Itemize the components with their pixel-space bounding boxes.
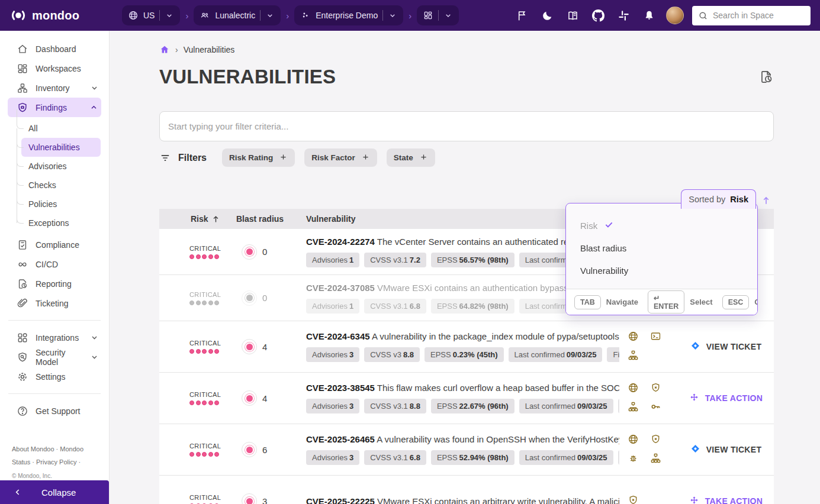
space-label: Enterprise Demo	[316, 11, 378, 20]
footer-link-about-mondoo[interactable]: About Mondoo	[12, 445, 54, 453]
sort-option-blast-radius[interactable]: Blast radius	[566, 237, 757, 259]
github-button[interactable]	[587, 5, 609, 27]
metric-value: 09/03/25	[577, 402, 607, 411]
filter-chip-label: Risk Rating	[229, 153, 273, 162]
filter-chip-risk-factor[interactable]: Risk Factor	[304, 148, 377, 167]
sort-option-risk[interactable]: Risk	[566, 214, 757, 237]
risk-dot	[202, 400, 207, 405]
org-selector[interactable]: Lunalectric	[194, 5, 281, 25]
filters-bar: Filters Risk RatingRisk FactorState	[159, 148, 774, 167]
chevron-down-icon[interactable]	[443, 11, 453, 20]
sidebar-item-settings[interactable]: Settings	[0, 367, 109, 386]
metric-value: 3	[349, 350, 353, 359]
sidebar-item-vulnerabilities[interactable]: Vulnerabilities	[21, 138, 101, 157]
docs-button[interactable]	[562, 5, 584, 27]
risk-cell: CRITICAL	[159, 321, 236, 372]
blast-radius-icon	[242, 493, 257, 504]
risk-cell: CRITICAL	[159, 229, 236, 274]
sidebar-item-get-support[interactable]: Get Support	[0, 401, 109, 421]
sidebar-item-dashboard[interactable]: Dashboard	[0, 39, 109, 59]
sidebar-item-label: Settings	[36, 372, 66, 382]
view-ticket-button[interactable]: VIEW TICKET	[678, 424, 774, 475]
vulnerability-cell: CVE-2025-26465 A vulnerability was found…	[306, 424, 622, 475]
search-input[interactable]	[713, 11, 805, 20]
jira-icon	[690, 444, 700, 455]
risk-dot	[196, 349, 201, 354]
metric-label: Last confirmed	[514, 350, 565, 359]
filter-chip-risk-rating[interactable]: Risk Rating	[222, 148, 295, 167]
dark-mode-toggle[interactable]	[536, 5, 558, 27]
metric-chips: Advisories3CVSS v38.8EPSS0.23% (45th)Las…	[306, 347, 619, 362]
feature-flags-button[interactable]	[511, 5, 533, 27]
chevron-down-icon[interactable]	[165, 11, 174, 20]
risk-dot	[189, 254, 194, 259]
space-icon	[300, 10, 311, 21]
take-action-button[interactable]: TAKE ACTION	[678, 373, 774, 424]
region-selector[interactable]: US	[122, 5, 180, 25]
sort-option-vulnerability[interactable]: Vulnerability	[566, 259, 757, 282]
sidebar-item-label: Compliance	[36, 240, 79, 250]
table-row[interactable]: CRITICAL4CVE-2023-38545 This flaw makes …	[159, 373, 774, 424]
inventory-icon	[17, 82, 28, 94]
risk-dot	[208, 400, 213, 405]
view-ticket-button[interactable]: VIEW TICKET	[678, 321, 774, 372]
sorted-by-button[interactable]: Sorted by Risk	[681, 189, 756, 209]
metric-chips: Advisories3CVSS v3.16.8EPSS52.94% (98th)…	[306, 450, 619, 465]
risk-dot	[202, 254, 207, 259]
chevron-down-icon[interactable]	[388, 11, 397, 20]
sidebar-subitem-label: Advisories	[28, 161, 67, 171]
blast-radius-value: 4	[262, 342, 267, 352]
chevron-down-icon	[89, 83, 99, 93]
sidebar-item-inventory[interactable]: Inventory	[0, 78, 109, 98]
sidebar-item-exceptions[interactable]: Exceptions	[0, 214, 109, 232]
filter-criteria-input[interactable]	[159, 111, 774, 141]
jira-icon	[690, 341, 700, 353]
workspace-selector[interactable]	[417, 5, 459, 25]
key-badge-enter: ↵ ENTER	[648, 290, 684, 314]
mondoo-logo[interactable]: mondoo	[9, 7, 97, 24]
notifications-button[interactable]	[638, 5, 660, 27]
user-avatar[interactable]	[666, 7, 684, 24]
scope-breadcrumb: US › Lunalectric › Enterprise Demo ›	[122, 5, 459, 25]
table-row[interactable]: CRITICAL6CVE-2025-26465 A vulnerability …	[159, 424, 774, 476]
sidebar-item-workspaces[interactable]: Workspaces	[0, 59, 109, 78]
risk-cell: CRITICAL	[159, 424, 236, 475]
table-row[interactable]: CRITICAL3CVE-2025-22225 VMware ESXi cont…	[159, 476, 774, 504]
divider	[8, 320, 101, 321]
sidebar-item-compliance[interactable]: Compliance	[0, 235, 109, 254]
risk-dot	[196, 254, 201, 259]
sidebar-item-ticketing[interactable]: Ticketing	[0, 293, 109, 313]
space-selector[interactable]: Enterprise Demo	[294, 5, 403, 25]
sidebar-item-ci-cd[interactable]: CI/CD	[0, 254, 109, 274]
metric-chip-first-found: First Found03	[618, 450, 619, 465]
slack-button[interactable]	[613, 5, 635, 27]
metric-value: 6.8	[410, 302, 420, 311]
sidebar-subitem-label: Policies	[28, 199, 57, 209]
table-row[interactable]: CRITICAL4CVE-2024-6345 A vulnerability i…	[159, 321, 774, 373]
chevron-down-icon[interactable]	[265, 11, 275, 20]
metric-chip-cvss-v3-1: CVSS v3.17.2	[364, 253, 426, 267]
sidebar-subitem-label: Vulnerabilities	[28, 143, 80, 152]
filters-label: Filters	[178, 153, 207, 163]
collapse-sidebar-button[interactable]: Collapse	[0, 480, 109, 504]
region-label: US	[143, 11, 155, 20]
filter-chip-state[interactable]: State	[387, 148, 435, 167]
column-risk[interactable]: Risk	[159, 214, 236, 224]
column-blast-radius[interactable]: Blast radius	[236, 214, 306, 224]
filter-chip-label: State	[394, 153, 413, 162]
sidebar-item-reporting[interactable]: Reporting	[0, 274, 109, 293]
risk-dot	[208, 452, 213, 457]
search-icon	[698, 11, 708, 21]
take-action-button[interactable]: TAKE ACTION	[678, 476, 774, 504]
metric-label: Advisories	[312, 402, 348, 411]
vulnerability-cell: CVE-2023-38545 This flaw makes curl over…	[306, 373, 622, 424]
sort-direction-arrow-icon[interactable]	[760, 195, 772, 206]
report-icon[interactable]	[758, 69, 774, 85]
sidebar-item-integrations[interactable]: Integrations	[0, 328, 109, 347]
footer-link-privacy-policy[interactable]: Privacy Policy	[36, 458, 76, 466]
metric-label: Advisories	[312, 453, 348, 462]
metric-label: CVSS v3.1	[370, 402, 408, 411]
sidebar-item-security-model[interactable]: Security Model	[0, 347, 109, 367]
org-label: Lunalectric	[215, 11, 255, 20]
home-icon[interactable]	[159, 44, 170, 55]
